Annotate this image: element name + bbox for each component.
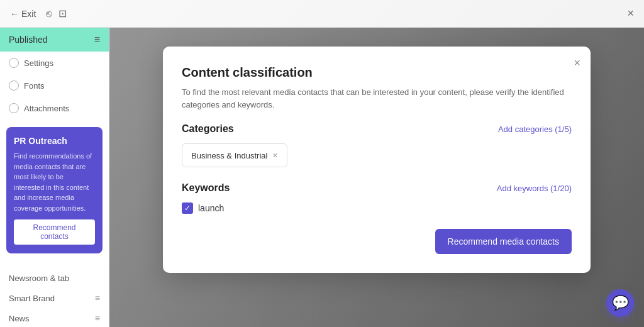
modal-overlay: × Content classification To find the mos… (109, 28, 644, 327)
fonts-circle-icon (9, 80, 19, 91)
keywords-header: Keywords Add keywords (1/20) (182, 182, 572, 194)
sidebar-item-smart-brand[interactable]: Smart Brand ≡ (0, 288, 109, 308)
sidebar-item-fonts[interactable]: Fonts (0, 74, 109, 97)
sidebar: Published ≡ Settings Fonts Attachments P… (0, 28, 109, 327)
keywords-title: Keywords (182, 182, 230, 194)
exit-label: Exit (21, 9, 36, 19)
modal-title: Content classification (182, 65, 572, 80)
add-keywords-link[interactable]: Add keywords (1/20) (497, 184, 572, 193)
sidebar-item-news[interactable]: News ≡ (0, 308, 109, 327)
sidebar-published-status[interactable]: Published ≡ (0, 28, 109, 52)
chat-support-button[interactable]: 💬 (606, 289, 634, 317)
categories-section: Categories Add categories (1/5) Business… (182, 123, 572, 167)
save-icon[interactable]: ⊡ (58, 8, 67, 19)
external-link-icon[interactable]: ⎋ (46, 8, 52, 19)
smart-brand-label: Smart Brand (9, 294, 55, 303)
news-label: News (9, 314, 30, 323)
recommend-media-contacts-button[interactable]: Recommend media contacts (435, 229, 572, 254)
sidebar-item-attachments[interactable]: Attachments (0, 97, 109, 119)
category-tag-label: Business & Industrial (191, 151, 267, 160)
category-tag-business: Business & Industrial × (182, 143, 287, 167)
keyword-label: launch (198, 203, 224, 213)
attachments-label: Attachments (24, 104, 69, 113)
sidebar-pr-outreach-box: PR Outreach Find recommendations of medi… (6, 127, 103, 253)
categories-title: Categories (182, 123, 234, 135)
modal-description: To find the most relevant media contacts… (182, 86, 572, 111)
published-icon: ≡ (94, 34, 100, 45)
content-classification-modal: × Content classification To find the mos… (163, 47, 591, 273)
keyword-checkbox[interactable]: ✓ (182, 202, 193, 214)
chat-icon: 💬 (612, 295, 629, 311)
attachments-circle-icon (9, 103, 19, 113)
exit-button[interactable]: ← Exit (10, 9, 36, 19)
smart-brand-icon: ≡ (95, 293, 100, 303)
top-bar-close-button[interactable]: × (627, 7, 634, 20)
sidebar-item-newsroom-tab[interactable]: Newsroom & tab (0, 269, 109, 288)
arrow-left-icon: ← (10, 9, 19, 19)
top-bar: ← Exit ⎋ ⊡ × (0, 0, 644, 28)
recommend-contacts-button[interactable]: Recommend contacts (14, 219, 95, 245)
category-tag-close-button[interactable]: × (272, 150, 277, 160)
add-categories-link[interactable]: Add categories (1/5) (498, 125, 572, 134)
pr-outreach-title: PR Outreach (14, 136, 95, 146)
published-label: Published (9, 35, 48, 45)
settings-circle-icon (9, 58, 19, 68)
keyword-item-launch[interactable]: ✓ launch (182, 202, 572, 214)
top-bar-left: ← Exit ⎋ ⊡ (10, 8, 67, 19)
news-icon: ≡ (95, 313, 100, 323)
modal-footer: Recommend media contacts (182, 229, 572, 254)
fonts-label: Fonts (24, 81, 45, 91)
settings-label: Settings (24, 58, 53, 68)
top-bar-icons: ⎋ ⊡ (46, 8, 67, 19)
newsroom-tab-label: Newsroom & tab (9, 274, 69, 283)
categories-header: Categories Add categories (1/5) (182, 123, 572, 135)
keywords-section: Keywords Add keywords (1/20) ✓ launch (182, 182, 572, 214)
modal-close-button[interactable]: × (574, 57, 580, 70)
sidebar-item-settings[interactable]: Settings (0, 52, 109, 74)
pr-outreach-description: Find recommendations of media contacts t… (14, 151, 95, 213)
